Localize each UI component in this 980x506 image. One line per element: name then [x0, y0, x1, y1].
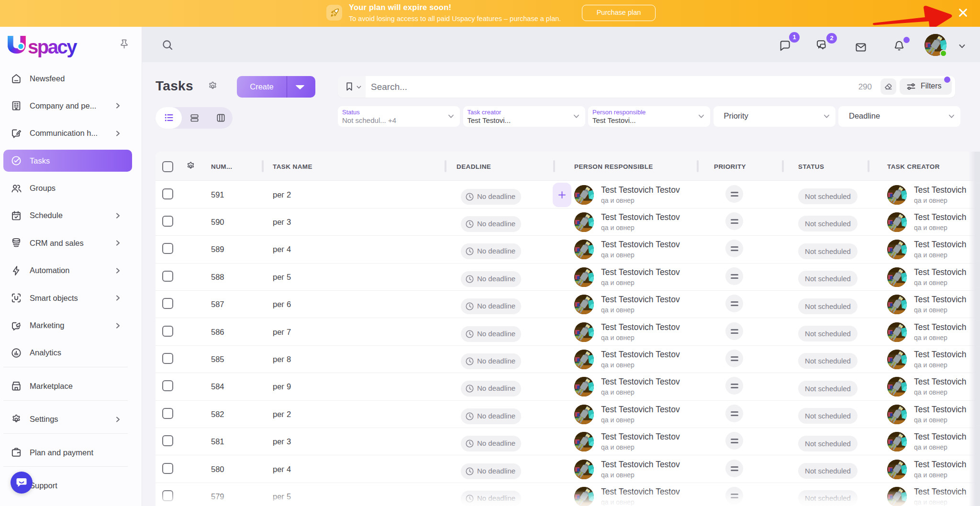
svg-text:spacy: spacy — [28, 36, 78, 57]
